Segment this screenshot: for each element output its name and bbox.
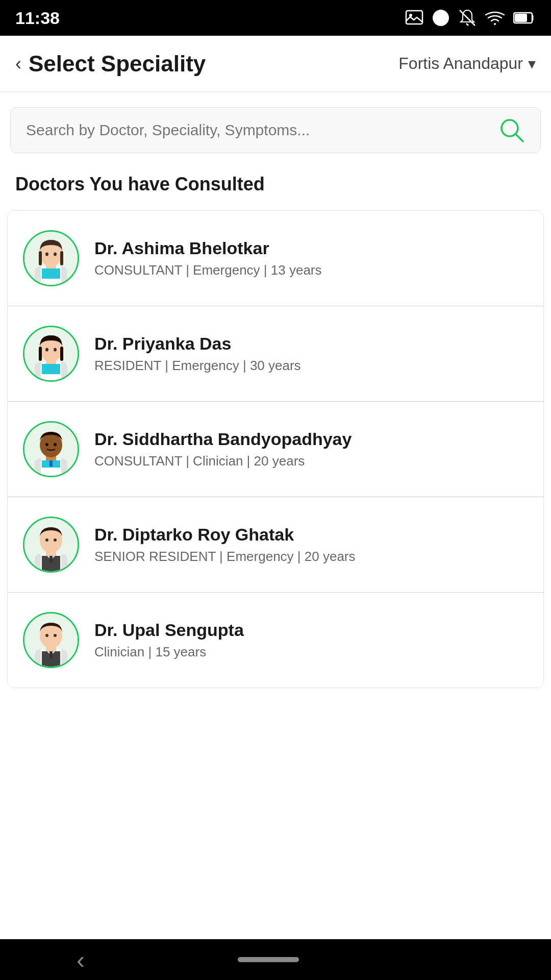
svg-rect-6 — [515, 14, 527, 22]
wifi-icon — [485, 9, 505, 27]
avatar — [23, 421, 79, 477]
status-time: 11:38 — [15, 8, 60, 28]
doctor-info: Dr. Upal Sengupta Clinician | 15 years — [94, 620, 528, 660]
doctor-details: CONSULTANT | Emergency | 13 years — [94, 262, 528, 278]
svg-point-46 — [54, 538, 57, 542]
avatar — [23, 517, 79, 573]
svg-point-18 — [54, 253, 57, 256]
doctor-item[interactable]: Dr. Siddhartha Bandyopadhyay CONSULTANT … — [8, 402, 543, 497]
back-button[interactable]: ‹ — [15, 53, 21, 75]
svg-line-3 — [466, 23, 468, 26]
svg-rect-26 — [60, 347, 63, 361]
doctor-details: SENIOR RESIDENT | Emergency | 20 years — [94, 549, 528, 565]
header-left: ‹ Select Speciality — [15, 51, 206, 77]
doctor-info: Dr. Ashima Bhelotkar CONSULTANT | Emerge… — [94, 238, 528, 278]
female-avatar-1 — [24, 232, 78, 285]
status-bar: 11:38 — [0, 0, 551, 36]
mute-icon — [458, 9, 477, 27]
female-avatar-2 — [24, 327, 78, 380]
svg-rect-34 — [49, 460, 53, 467]
svg-rect-25 — [39, 347, 42, 361]
hospital-name: Fortis Anandapur — [398, 54, 523, 73]
section-heading: Doctors You have Consulted — [0, 168, 551, 205]
doctor-details: Clinician | 15 years — [94, 644, 528, 660]
search-container — [10, 107, 541, 153]
svg-rect-0 — [406, 11, 422, 24]
doctor-info: Dr. Priyanka Das RESIDENT | Emergency | … — [94, 334, 528, 374]
nav-back-button[interactable]: ‹ — [77, 946, 85, 974]
male-avatar-1 — [24, 518, 78, 571]
circle-icon — [432, 9, 450, 27]
doctor-details: CONSULTANT | Clinician | 20 years — [94, 453, 528, 469]
svg-rect-15 — [39, 251, 42, 265]
chevron-down-icon: ▾ — [528, 55, 536, 72]
doctor-info: Dr. Diptarko Roy Ghatak SENIOR RESIDENT … — [94, 525, 528, 565]
doctor-item[interactable]: Dr. Ashima Bhelotkar CONSULTANT | Emerge… — [8, 211, 543, 306]
doctor-info: Dr. Siddhartha Bandyopadhyay CONSULTANT … — [94, 429, 528, 469]
svg-rect-43 — [49, 556, 53, 563]
search-icon — [498, 117, 525, 143]
svg-rect-51 — [49, 651, 53, 658]
svg-point-54 — [54, 634, 57, 637]
male-dark-avatar — [24, 423, 78, 476]
page-title: Select Speciality — [29, 51, 206, 77]
avatar — [23, 326, 79, 382]
doctor-name: Dr. Diptarko Roy Ghatak — [94, 525, 528, 545]
search-button[interactable] — [498, 117, 525, 143]
svg-point-17 — [45, 253, 48, 256]
svg-rect-23 — [42, 364, 60, 374]
search-input[interactable] — [26, 121, 498, 139]
doctor-name: Dr. Siddhartha Bandyopadhyay — [94, 429, 528, 449]
hospital-selector[interactable]: Fortis Anandapur ▾ — [398, 54, 536, 73]
svg-point-2 — [433, 10, 449, 26]
svg-point-36 — [45, 443, 48, 446]
svg-point-45 — [45, 538, 48, 542]
svg-point-53 — [45, 634, 48, 637]
doctor-name: Dr. Priyanka Das — [94, 334, 528, 354]
doctor-item[interactable]: Dr. Diptarko Roy Ghatak SENIOR RESIDENT … — [8, 497, 543, 593]
battery-icon — [513, 11, 536, 25]
male-avatar-2 — [24, 614, 78, 667]
doctor-details: RESIDENT | Emergency | 30 years — [94, 358, 528, 374]
svg-rect-13 — [42, 268, 60, 279]
nav-pill — [238, 957, 299, 962]
bottom-nav: ‹ — [0, 939, 551, 980]
doctor-name: Dr. Upal Sengupta — [94, 620, 528, 640]
svg-point-37 — [54, 443, 57, 446]
doctor-item[interactable]: Dr. Upal Sengupta Clinician | 15 years — [8, 593, 543, 688]
avatar — [23, 612, 79, 668]
svg-line-4 — [460, 10, 475, 26]
svg-line-8 — [516, 134, 523, 141]
image-icon — [405, 9, 423, 27]
doctor-name: Dr. Ashima Bhelotkar — [94, 238, 528, 258]
svg-rect-16 — [60, 251, 63, 265]
svg-point-27 — [45, 348, 48, 352]
header: ‹ Select Speciality Fortis Anandapur ▾ — [0, 36, 551, 92]
svg-point-28 — [54, 348, 57, 352]
doctors-list: Dr. Ashima Bhelotkar CONSULTANT | Emerge… — [7, 210, 544, 688]
doctor-item[interactable]: Dr. Priyanka Das RESIDENT | Emergency | … — [8, 306, 543, 402]
avatar — [23, 230, 79, 286]
svg-point-1 — [409, 14, 412, 17]
status-icons — [405, 9, 536, 27]
